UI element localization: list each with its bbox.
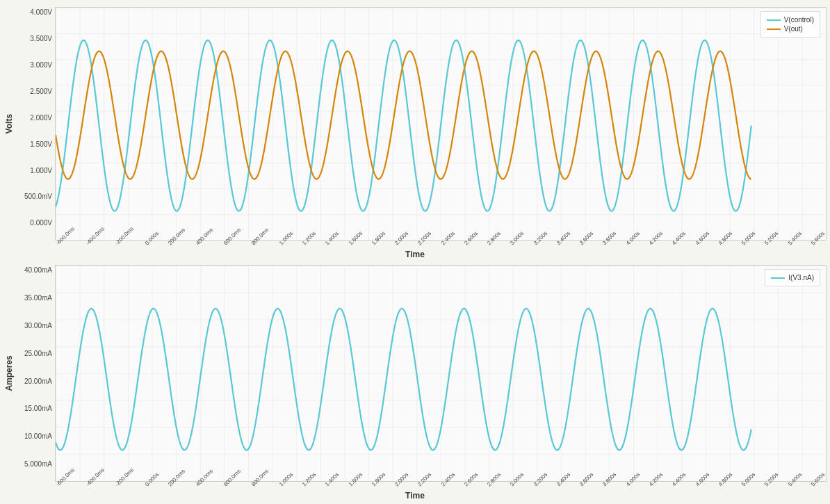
ampere-legend: I(V3.nA) (765, 269, 820, 286)
y-tick: 3.000V (30, 61, 52, 69)
voltage-x-axis-container: -600.0ms-400.0ms-200.0ms0.000s200.0ms400… (55, 241, 827, 248)
y-tick: 15.00mA (24, 405, 52, 412)
legend-item-vcontrol: V(control) (767, 16, 814, 24)
voltage-y-ticks: 4.000V3.500V3.000V2.500V2.000V1.500V1.00… (15, 7, 55, 241)
y-tick: 0.000V (30, 219, 52, 227)
voltage-chart-plot: V(control) V(out) (55, 7, 827, 241)
ampere-chart-plot: I(V3.nA) (55, 265, 827, 482)
y-tick: 25.00mA (24, 350, 52, 357)
ampere-x-ticks: -600.0ms-400.0ms-200.0ms0.000s200.0ms400… (55, 482, 827, 489)
y-tick: 1.000V (30, 167, 52, 174)
y-tick: 40.00mA (24, 266, 52, 274)
y-tick: 4.000V (30, 8, 52, 16)
ampere-x-axis-container: -600.0ms-400.0ms-200.0ms0.000s200.0ms400… (55, 482, 827, 489)
ampere-chart-wrapper: Amperes 40.00mA35.00mA30.00mA25.00mA20.0… (3, 265, 827, 501)
y-tick: 20.00mA (24, 377, 52, 385)
y-tick: 30.00mA (24, 322, 52, 330)
y-tick: 10.00mA (24, 432, 52, 440)
voltage-x-label: Time (3, 250, 827, 259)
voltage-y-label: Volts (3, 7, 15, 241)
y-tick: 3.500V (30, 35, 52, 42)
legend-item-iv3: I(V3.nA) (771, 274, 814, 282)
charts-container: Volts 4.000V3.500V3.000V2.500V2.000V1.50… (0, 0, 830, 504)
y-tick: 500.0mV (24, 193, 52, 200)
y-tick: 5.000mA (24, 460, 52, 468)
ampere-chart-area: Amperes 40.00mA35.00mA30.00mA25.00mA20.0… (3, 265, 827, 482)
legend-label-iv3: I(V3.nA) (788, 274, 814, 282)
legend-color-vout (767, 29, 781, 30)
ampere-x-label: Time (3, 491, 827, 501)
legend-label-vout: V(out) (784, 25, 803, 33)
legend-item-vout: V(out) (767, 25, 814, 33)
y-tick: 2.500V (30, 88, 52, 95)
svg-rect-1 (56, 266, 826, 481)
ampere-y-label: Amperes (3, 265, 15, 482)
legend-color-vcontrol (767, 19, 781, 21)
y-tick: 1.500V (30, 140, 52, 148)
voltage-x-ticks: -600.0ms-400.0ms-200.0ms0.000s200.0ms400… (55, 241, 827, 248)
legend-label-vcontrol: V(control) (784, 16, 814, 24)
y-tick: 35.00mA (24, 294, 52, 302)
voltage-legend: V(control) V(out) (760, 11, 820, 38)
legend-color-iv3 (771, 277, 785, 279)
voltage-chart-wrapper: Volts 4.000V3.500V3.000V2.500V2.000V1.50… (3, 7, 827, 259)
ampere-y-ticks: 40.00mA35.00mA30.00mA25.00mA20.00mA15.00… (15, 265, 55, 482)
y-tick: 2.000V (30, 114, 52, 122)
voltage-chart-area: Volts 4.000V3.500V3.000V2.500V2.000V1.50… (3, 7, 827, 241)
